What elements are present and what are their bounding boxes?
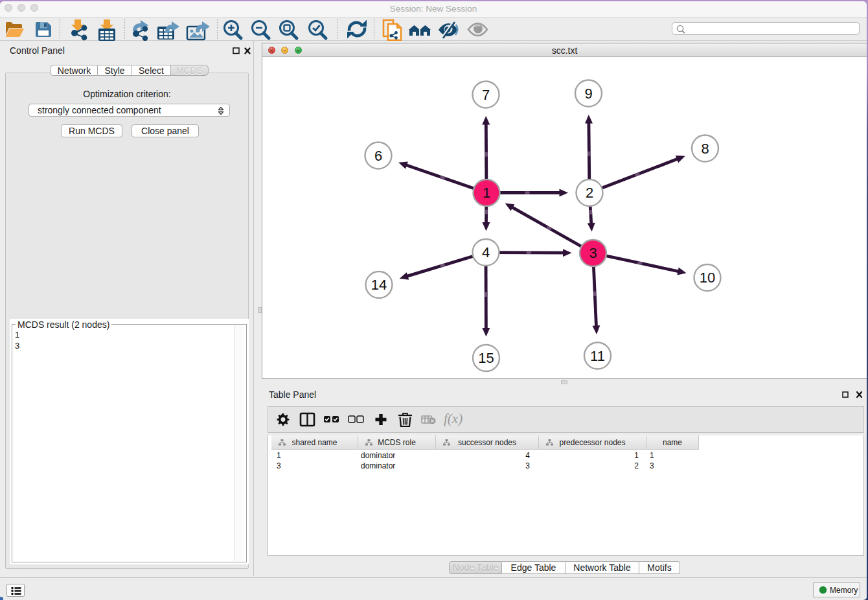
svg-text:6: 6 bbox=[374, 148, 382, 164]
svg-text:8: 8 bbox=[701, 141, 709, 157]
svg-text:11: 11 bbox=[590, 348, 605, 364]
svg-text:9: 9 bbox=[584, 86, 592, 102]
svg-text:7: 7 bbox=[482, 87, 490, 103]
svg-text:f(x): f(x) bbox=[444, 411, 463, 426]
svg-text:15: 15 bbox=[478, 350, 494, 366]
svg-text:14: 14 bbox=[371, 277, 387, 293]
svg-text:3: 3 bbox=[589, 245, 597, 261]
svg-text:4: 4 bbox=[482, 244, 490, 260]
svg-text:2: 2 bbox=[586, 185, 593, 201]
svg-text:1: 1 bbox=[483, 185, 490, 201]
svg-text:10: 10 bbox=[700, 270, 715, 286]
